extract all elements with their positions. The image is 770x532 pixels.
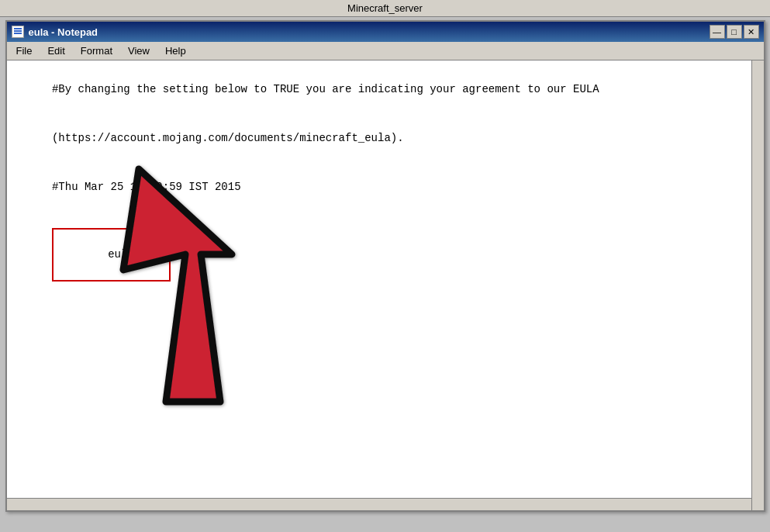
menu-edit[interactable]: Edit <box>41 43 71 58</box>
eula-highlighted: eula=true <box>52 228 171 282</box>
maximize-button[interactable]: □ <box>727 25 742 39</box>
title-bar: eula - Notepad — □ ✕ <box>7 22 764 42</box>
app-icon <box>12 26 24 38</box>
minimize-button[interactable]: — <box>710 25 725 39</box>
menu-format[interactable]: Format <box>74 43 119 58</box>
menu-bar: File Edit Format View Help <box>7 42 764 60</box>
window-title: eula - Notepad <box>29 26 98 38</box>
text-line-4: eula=true <box>13 212 758 298</box>
horizontal-scrollbar[interactable] <box>7 498 751 510</box>
text-line-1: #By changing the setting below to TRUE y… <box>13 65 758 114</box>
menu-help[interactable]: Help <box>159 43 192 58</box>
outer-window-title: Minecraft_server <box>347 2 423 14</box>
title-bar-buttons: — □ ✕ <box>710 25 759 39</box>
menu-view[interactable]: View <box>122 43 156 58</box>
text-line-2: (https://account.mojang.com/documents/mi… <box>13 114 758 163</box>
text-line-3: #Thu Mar 25 14:19:59 IST 2015 <box>13 163 758 212</box>
menu-file[interactable]: File <box>10 43 39 58</box>
title-bar-left: eula - Notepad <box>12 26 98 38</box>
taskbar-outer: Minecraft_server <box>0 0 770 17</box>
text-content-area[interactable]: #By changing the setting below to TRUE y… <box>7 60 764 510</box>
close-button[interactable]: ✕ <box>744 25 759 39</box>
notepad-window: eula - Notepad — □ ✕ File Edit Format Vi… <box>5 20 765 512</box>
vertical-scrollbar[interactable] <box>751 60 764 510</box>
